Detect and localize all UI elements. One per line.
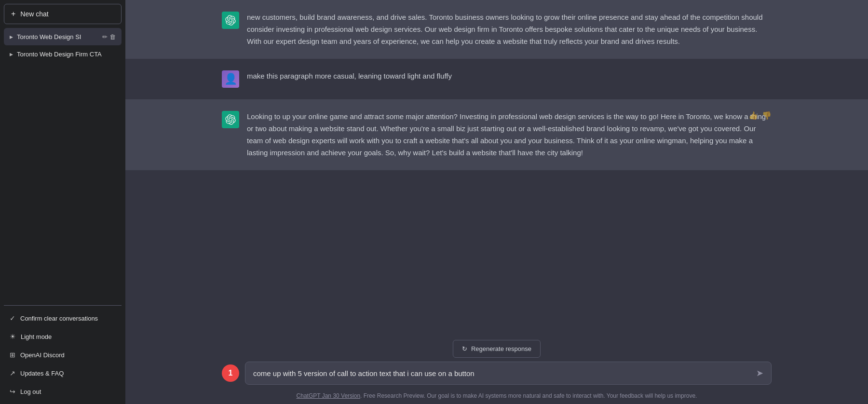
chat-input[interactable] [253, 369, 756, 377]
send-button[interactable]: ➤ [756, 368, 763, 378]
sidebar-action-logout[interactable]: ↪ Log out [4, 383, 122, 400]
message-ai: Looking to up your online game and attra… [125, 99, 868, 170]
regenerate-icon: ↻ [462, 345, 467, 352]
checkmark-icon: ✓ [10, 314, 15, 322]
chat-bubble-icon: ▸ [10, 33, 13, 40]
new-chat-button[interactable]: + New chat [4, 4, 122, 24]
ai-avatar [222, 12, 239, 29]
footer-version-link[interactable]: ChatGPT Jan 30 Version [297, 392, 361, 399]
sidebar: + New chat ▸ Toronto Web Design SI ✏ 🗑 ▸… [0, 0, 125, 404]
discord-icon: ⊞ [10, 351, 15, 359]
user-message-content: make this paragraph more casual, leaning… [247, 70, 772, 82]
regenerate-label: Regenerate response [471, 345, 531, 352]
regenerate-button[interactable]: ↻ Regenerate response [453, 340, 541, 358]
external-link-icon: ↗ [10, 369, 15, 377]
plus-icon: + [11, 10, 15, 18]
chat-input-wrapper: ➤ [245, 362, 772, 385]
input-row: 1 ➤ [222, 362, 772, 385]
user-avatar [222, 70, 239, 88]
chat-item-toronto-cta[interactable]: ▸ Toronto Web Design Firm CTA [4, 45, 122, 63]
chat-messages: new customers, build brand awareness, an… [125, 0, 868, 334]
logout-label: Log out [20, 388, 41, 395]
user-number-badge: 1 [222, 364, 239, 382]
message-user: make this paragraph more casual, leaning… [125, 59, 868, 99]
sidebar-action-light-mode[interactable]: ☀ Light mode [4, 328, 122, 345]
edit-chat-icon[interactable]: ✏ [102, 33, 108, 40]
sun-icon: ☀ [10, 333, 16, 340]
chat-item-toronto-si[interactable]: ▸ Toronto Web Design SI ✏ 🗑 [4, 28, 122, 45]
footer-description: . Free Research Preview. Our goal is to … [360, 392, 697, 399]
new-chat-label: New chat [20, 10, 48, 18]
discord-label: OpenAI Discord [20, 351, 65, 359]
chat-bottom: ↻ Regenerate response 1 ➤ ChatGPT Jan 30… [125, 334, 868, 404]
ai-avatar-2 [222, 111, 239, 128]
logout-icon: ↪ [10, 388, 15, 395]
sidebar-action-discord[interactable]: ⊞ OpenAI Discord [4, 346, 122, 364]
ai-partial-content: new customers, build brand awareness, an… [247, 12, 772, 47]
ai-response-content: Looking to up your online game and attra… [247, 111, 772, 159]
updates-faq-label: Updates & FAQ [20, 370, 64, 377]
main-chat: new customers, build brand awareness, an… [125, 0, 868, 404]
chat-item-label: Toronto Web Design SI [17, 33, 98, 40]
message-ai-partial: new customers, build brand awareness, an… [125, 0, 868, 59]
message-feedback: 👍 👎 [748, 111, 772, 120]
sidebar-bottom: ✓ Confirm clear conversations ☀ Light mo… [4, 310, 122, 400]
chat-item-actions: ✏ 🗑 [102, 33, 116, 40]
thumbs-down-button[interactable]: 👎 [762, 111, 772, 120]
footer-text: ChatGPT Jan 30 Version. Free Research Pr… [297, 392, 697, 404]
light-mode-label: Light mode [21, 333, 52, 340]
chat-bubble-icon-2: ▸ [10, 50, 13, 58]
sidebar-divider [4, 305, 122, 306]
sidebar-action-confirm-clear[interactable]: ✓ Confirm clear conversations [4, 310, 122, 327]
chat-item-label-2: Toronto Web Design Firm CTA [17, 51, 116, 58]
delete-chat-icon[interactable]: 🗑 [109, 33, 116, 40]
send-icon: ➤ [756, 368, 763, 378]
sidebar-action-updates-faq[interactable]: ↗ Updates & FAQ [4, 364, 122, 382]
thumbs-up-button[interactable]: 👍 [748, 111, 758, 120]
confirm-clear-label: Confirm clear conversations [20, 315, 98, 322]
chat-list: ▸ Toronto Web Design SI ✏ 🗑 ▸ Toronto We… [4, 28, 122, 301]
